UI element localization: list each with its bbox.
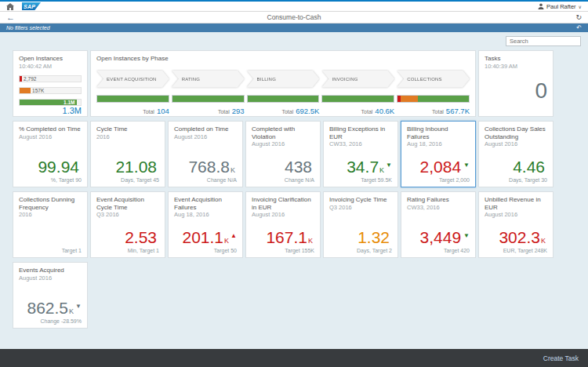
tile-footer: EUR, Target 248K bbox=[485, 248, 547, 253]
bar-label: 1.1M bbox=[64, 100, 74, 105]
open-instances-total: 1.3M bbox=[19, 106, 82, 115]
kpi-tile-event-acquisition-cycle-time[interactable]: Event Acquisition Cycle Time Q3 2016 2.5… bbox=[90, 191, 165, 258]
kpi-tile-completed-on-time[interactable]: Completed on Time August 2016 768.8K Cha… bbox=[168, 121, 243, 187]
search-row bbox=[13, 36, 588, 46]
phase-total: Total692.5K bbox=[247, 107, 320, 115]
phase-chevron: INVOICING bbox=[321, 71, 394, 88]
filter-bar[interactable]: No filters selected ↶ bbox=[0, 24, 588, 32]
tile-subtitle: August 2016 bbox=[252, 211, 314, 218]
phase-billing[interactable]: BILLING Total692.5K bbox=[247, 71, 320, 115]
tile-title: Invoicing Cycle Time bbox=[329, 196, 392, 204]
phase-total: Total40.6K bbox=[321, 107, 394, 115]
tile-title: Invoicing Clarification in EUR bbox=[252, 196, 314, 211]
tile-footer: Target 1 bbox=[19, 248, 82, 253]
trend-arrow-icon: ▼ bbox=[386, 162, 392, 169]
home-icon[interactable] bbox=[6, 3, 14, 10]
kpi-tile-event-acquisition-failures[interactable]: Event Acquisition Failures Aug 18, 2016 … bbox=[168, 191, 243, 258]
tile-subtitle: August 2016 bbox=[485, 140, 547, 147]
bar-track: 2,792 bbox=[19, 75, 82, 82]
create-task-button[interactable]: Create Task bbox=[543, 354, 579, 362]
tile-title: Completed on Time bbox=[174, 125, 237, 133]
kpi-tile-pct-completed-on-time[interactable]: % Completed on Time August 2016 99.94 %,… bbox=[13, 121, 88, 187]
open-instances-by-phase-tile[interactable]: Open Instances by Phase EVENT ACQUISITIO… bbox=[90, 50, 476, 117]
phase-event-acquisition[interactable]: EVENT ACQUISITION Total104 bbox=[96, 71, 169, 115]
tasks-tile[interactable]: Tasks 10:40:39 AM 0 bbox=[478, 50, 554, 117]
kpi-tile-events-acquired[interactable]: Events Acquired August 2016 862.5K▼ Chan… bbox=[13, 262, 88, 329]
tile-value: 438 bbox=[252, 158, 314, 175]
person-icon bbox=[538, 3, 544, 9]
reset-filters-icon[interactable]: ↶ bbox=[576, 25, 582, 31]
tile-subtitle: 2016 bbox=[96, 133, 159, 140]
tile-value: 1.32 bbox=[329, 229, 392, 245]
tile-title: % Completed on Time bbox=[19, 125, 82, 133]
tile-title: Unbilled Revenue in EUR bbox=[485, 196, 547, 211]
kpi-tile-collections-day-sales-outstanding[interactable]: Collections Day Sales Outstanding August… bbox=[478, 121, 554, 187]
phase-collections[interactable]: COLLECTIONS Total567.7K bbox=[397, 71, 470, 115]
row-1: Open Instances 10:40:42 AM 2,792 157K 1.… bbox=[13, 50, 554, 117]
tile-value: 34.7K▼ bbox=[329, 158, 392, 175]
kpi-tile-unbilled-revenue[interactable]: Unbilled Revenue in EUR August 2016 302.… bbox=[478, 191, 554, 258]
kpi-tile-invoicing-clarification[interactable]: Invoicing Clarification in EUR August 20… bbox=[245, 191, 321, 258]
tile-title: Billing Exceptions in EUR bbox=[329, 125, 392, 140]
tile-value: 99.94 bbox=[19, 158, 82, 175]
tile-subtitle: CW33, 2016 bbox=[329, 140, 392, 147]
tile-title: Cycle Time bbox=[96, 125, 159, 133]
trend-arrow-icon: ▼ bbox=[75, 303, 82, 310]
open-instances-tile[interactable]: Open Instances 10:40:42 AM 2,792 157K 1.… bbox=[13, 50, 88, 117]
tile-title: Event Acquisition Failures bbox=[174, 196, 237, 211]
phase-total: Total567.7K bbox=[397, 107, 470, 115]
tile-subtitle: August 2016 bbox=[19, 133, 82, 140]
tile-title: Tasks bbox=[485, 55, 547, 63]
tile-value: 862.5K▼ bbox=[19, 300, 82, 316]
search-input[interactable] bbox=[506, 36, 581, 46]
back-button[interactable]: ← bbox=[6, 13, 15, 22]
trend-arrow-icon: ▼ bbox=[463, 232, 470, 239]
tile-footer: Change N/A bbox=[252, 177, 314, 183]
tile-footer: Days, Target 2 bbox=[329, 248, 392, 253]
kpi-tile-billing-inbound-failures[interactable]: Billing Inbound Failures Aug 18, 2016 2,… bbox=[401, 121, 476, 187]
tile-title: Rating Failures bbox=[407, 196, 470, 204]
tile-value: 302.3K bbox=[485, 229, 547, 245]
bar-label: 157K bbox=[32, 88, 44, 93]
tile-title: Open Instances bbox=[19, 55, 82, 63]
phase-bar bbox=[397, 95, 470, 103]
refresh-icon[interactable]: ↻ bbox=[575, 14, 582, 21]
phase-bar bbox=[172, 95, 245, 103]
tile-value: 21.08 bbox=[96, 158, 159, 175]
phase-bar bbox=[96, 95, 169, 103]
user-menu[interactable]: Paul Rafter ∨ bbox=[538, 3, 582, 10]
phase-chevron: BILLING bbox=[247, 71, 320, 88]
tile-footer: Change -28.59% bbox=[19, 318, 82, 324]
phase-rating[interactable]: RATING Total293 bbox=[172, 71, 245, 115]
tile-footer: Target 50 bbox=[174, 248, 237, 253]
kpi-tile-rating-failures[interactable]: Rating Failures CW33, 2016 3,449▼ Target… bbox=[401, 191, 476, 258]
tile-subtitle: Aug 18, 2016 bbox=[407, 140, 470, 147]
kpi-tile-billing-exceptions[interactable]: Billing Exceptions in EUR CW33, 2016 34.… bbox=[323, 121, 398, 187]
tile-subtitle: CW33, 2016 bbox=[407, 204, 470, 211]
phase-bar bbox=[247, 95, 320, 103]
tile-value: 3,449▼ bbox=[407, 229, 470, 245]
tile-title: Collections Day Sales Outstanding bbox=[485, 125, 547, 140]
kpi-tile-cycle-time[interactable]: Cycle Time 2016 21.08 Days, Target 45 bbox=[90, 121, 165, 187]
tile-value: 2,084▼ bbox=[407, 158, 470, 175]
bar-label: 2,792 bbox=[24, 76, 36, 82]
tile-footer: Change N/A bbox=[174, 177, 237, 183]
tile-title: Events Acquired bbox=[19, 267, 82, 274]
tile-value: 2.53 bbox=[96, 229, 159, 245]
tile-title: Completed with Violation bbox=[252, 125, 314, 140]
kpi-tile-completed-with-violation[interactable]: Completed with Violation August 2016 438… bbox=[245, 121, 321, 187]
bar-fill-green: 1.1M bbox=[20, 100, 77, 105]
phase-invoicing[interactable]: INVOICING Total40.6K bbox=[321, 71, 394, 115]
kpi-tile-invoicing-cycle-time[interactable]: Invoicing Cycle Time Q3 2016 1.32 Days, … bbox=[323, 191, 398, 258]
sap-logo: SAP bbox=[22, 2, 41, 10]
tile-subtitle: August 2016 bbox=[485, 211, 547, 218]
page-header: ← Consume-to-Cash ↻ bbox=[0, 12, 588, 24]
filter-bar-text: No filters selected bbox=[6, 25, 50, 31]
row-4: Events Acquired August 2016 862.5K▼ Chan… bbox=[13, 262, 554, 329]
tile-footer: Target 420 bbox=[407, 248, 470, 253]
phase-chevron: EVENT ACQUISITION bbox=[96, 71, 169, 88]
tile-subtitle: 2016 bbox=[19, 211, 82, 218]
phase-chevron: COLLECTIONS bbox=[397, 71, 470, 88]
tile-subtitle: 10:40:42 AM bbox=[19, 63, 82, 70]
kpi-tile-collections-dunning-frequency[interactable]: Collections Dunning Frequency 2016 Targe… bbox=[13, 191, 88, 258]
